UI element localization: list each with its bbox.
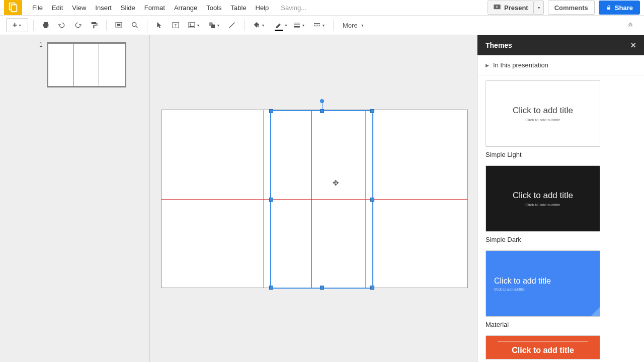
menu-arrange[interactable]: Arrange <box>174 4 197 12</box>
rotate-handle[interactable] <box>320 99 324 103</box>
themes-title: Themes <box>486 41 512 49</box>
svg-rect-1 <box>11 5 17 12</box>
canvas-area[interactable]: ✥ <box>150 35 477 362</box>
theme-material[interactable]: Click to add title Click to add subtitle… <box>486 250 636 328</box>
shape-icon <box>208 21 216 29</box>
corner-fold-icon <box>591 307 600 316</box>
slide-number: 1 <box>39 41 43 87</box>
slide-canvas[interactable]: ✥ <box>161 110 468 288</box>
menu-edit[interactable]: Edit <box>52 4 63 12</box>
resize-handle-n[interactable] <box>320 109 324 113</box>
pen-icon <box>275 22 283 28</box>
theme-preview-subtitle: Click to add subtitle <box>525 118 560 122</box>
shape-tool[interactable]: ▼ <box>205 18 223 32</box>
selection-box[interactable] <box>270 110 373 289</box>
theme-preview-title: Click to add title <box>494 277 551 286</box>
chevron-up-double-icon <box>627 21 634 28</box>
undo-button[interactable] <box>55 18 69 32</box>
theme-preview-title: Click to add title <box>513 191 573 201</box>
menu-tools[interactable]: Tools <box>206 4 221 12</box>
print-button[interactable] <box>39 18 53 32</box>
lock-icon <box>606 5 612 11</box>
resize-handle-ne[interactable] <box>370 109 374 113</box>
svg-line-16 <box>229 23 235 28</box>
more-button[interactable]: More▼ <box>339 22 368 29</box>
image-icon <box>188 21 196 29</box>
theme-simple-light[interactable]: Click to add title Click to add subtitle… <box>486 80 636 158</box>
color-swatch <box>275 30 283 31</box>
menu-file[interactable]: File <box>32 4 43 12</box>
paint-roller-icon <box>90 21 98 29</box>
more-label: More <box>343 22 358 29</box>
divider <box>333 20 334 31</box>
new-slide-button[interactable]: +▼ <box>6 18 28 32</box>
textbox-tool[interactable]: T <box>169 18 183 32</box>
menu-table[interactable]: Table <box>231 4 247 12</box>
theme-name-label: Simple Light <box>486 151 636 158</box>
resize-handle-e[interactable] <box>370 198 374 202</box>
line-dash-button[interactable]: ▼ <box>310 18 328 32</box>
theme-preview-subtitle: Click to add subtitle <box>494 288 525 291</box>
line-weight-button[interactable]: ▼ <box>290 18 308 32</box>
resize-handle-se[interactable] <box>370 286 374 290</box>
svg-rect-4 <box>607 8 610 10</box>
theme-preview-title: Click to add title <box>512 346 574 355</box>
chevron-down-icon: ▼ <box>197 24 200 27</box>
slide-thumbnail[interactable] <box>47 42 126 87</box>
svg-point-8 <box>132 23 136 27</box>
resize-handle-sw[interactable] <box>269 286 273 290</box>
svg-rect-5 <box>92 22 96 24</box>
menu-help[interactable]: Help <box>256 4 269 12</box>
redo-button[interactable] <box>71 18 85 32</box>
theme-orange[interactable]: Click to add title <box>486 335 636 359</box>
divider <box>106 20 107 31</box>
present-label: Present <box>504 4 528 12</box>
resize-handle-nw[interactable] <box>269 109 273 113</box>
app-logo[interactable] <box>4 0 22 15</box>
filmstrip[interactable]: 1 <box>0 35 150 362</box>
print-icon <box>42 21 50 29</box>
share-button[interactable]: Share <box>599 1 640 15</box>
share-label: Share <box>615 4 633 12</box>
paint-bucket-icon <box>253 21 261 29</box>
theme-simple-dark[interactable]: Click to add title Click to add subtitle… <box>486 165 636 243</box>
menu-view[interactable]: View <box>72 4 86 12</box>
menu-insert[interactable]: Insert <box>95 4 112 12</box>
line-color-button[interactable]: ▼ <box>270 18 288 32</box>
resize-handle-w[interactable] <box>269 198 273 202</box>
svg-text:T: T <box>175 23 177 28</box>
menu-format[interactable]: Format <box>144 4 165 12</box>
select-tool[interactable] <box>152 18 167 32</box>
present-button[interactable]: Present <box>488 1 534 15</box>
zoom-button[interactable] <box>128 18 142 32</box>
fill-color-button[interactable]: ▼ <box>250 18 268 32</box>
zoom-fit-button[interactable] <box>112 18 126 32</box>
themes-section-toggle[interactable]: ▶ In this presentation <box>477 55 644 75</box>
image-tool[interactable]: ▼ <box>185 18 203 32</box>
present-dropdown[interactable]: ▼ <box>534 1 544 15</box>
undo-icon <box>58 21 66 29</box>
svg-line-9 <box>136 26 137 28</box>
chevron-down-icon: ▼ <box>361 24 364 27</box>
chevron-down-icon: ▼ <box>217 24 220 27</box>
divider <box>498 341 588 342</box>
resize-handle-s[interactable] <box>320 286 324 290</box>
close-icon[interactable]: × <box>630 40 636 51</box>
play-icon <box>493 4 501 12</box>
line-tool[interactable] <box>225 18 239 32</box>
zoom-icon <box>131 21 139 29</box>
svg-rect-7 <box>117 24 121 26</box>
comments-button[interactable]: Comments <box>548 1 595 15</box>
divider <box>244 20 245 31</box>
menu-slide[interactable]: Slide <box>121 4 135 12</box>
chevron-down-icon: ▼ <box>322 24 326 27</box>
move-cursor-icon: ✥ <box>333 178 339 188</box>
chevron-down-icon: ▼ <box>302 24 305 27</box>
cursor-icon <box>155 21 164 29</box>
paint-format-button[interactable] <box>87 18 101 32</box>
collapse-toolbar-button[interactable] <box>627 21 634 30</box>
themes-panel: Themes × ▶ In this presentation Click to… <box>477 35 644 362</box>
theme-preview-title: Click to add title <box>513 106 573 116</box>
save-status: Saving... <box>281 4 306 12</box>
chevron-down-icon: ▼ <box>537 6 541 10</box>
